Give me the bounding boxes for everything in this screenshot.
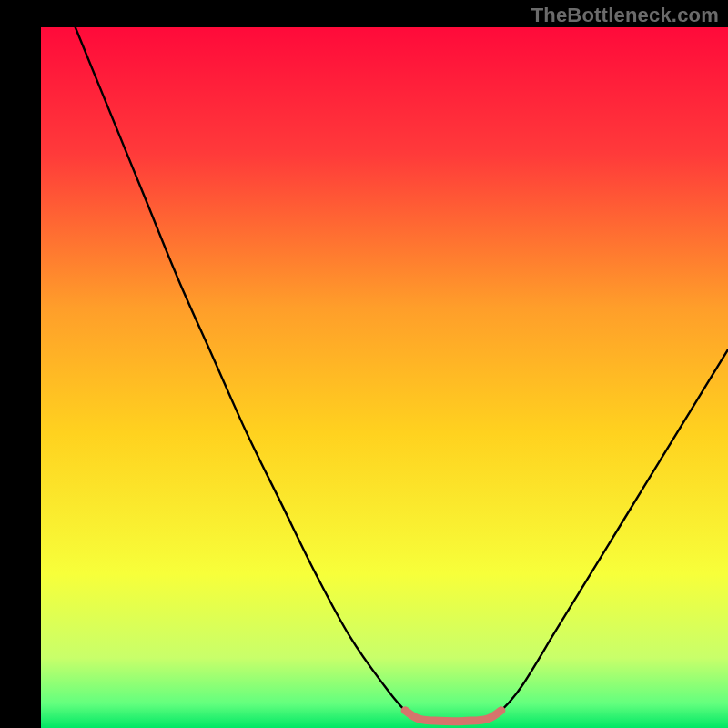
gradient-background — [41, 27, 728, 728]
plot-area — [41, 27, 728, 728]
chart-frame: TheBottleneck.com — [0, 0, 728, 728]
watermark-text: TheBottleneck.com — [531, 4, 719, 27]
chart-svg — [41, 27, 728, 728]
